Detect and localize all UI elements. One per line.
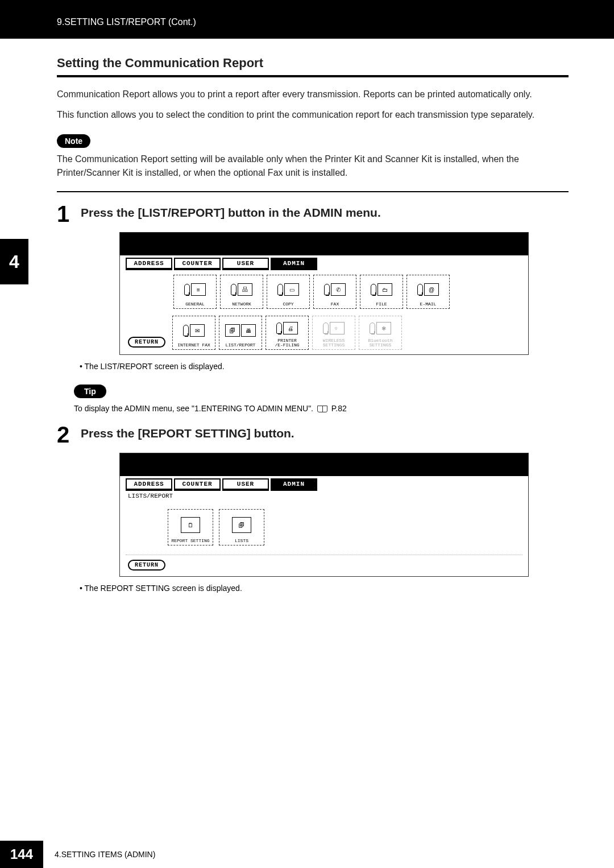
section-title: Setting the Communication Report <box>57 56 569 71</box>
general-button[interactable]: ≡ GENERAL <box>173 275 217 309</box>
file-icon: 🗀 <box>377 283 392 296</box>
printer-icon: 🖨 <box>283 322 298 334</box>
printer-efiling-button[interactable]: 🖨 PRINTER /E-FILING <box>265 316 309 350</box>
email-button[interactable]: @ E-MAIL <box>406 275 450 309</box>
tab-counter[interactable]: COUNTER <box>174 478 221 491</box>
email-icon: @ <box>424 283 439 296</box>
list-report-button[interactable]: 🗐🖶 LIST/REPORT <box>219 316 262 350</box>
network-icon: 品 <box>238 283 252 296</box>
page-header: 9.SETTING LIST/REPORT (Cont.) <box>0 0 614 39</box>
rule <box>57 75 569 77</box>
footer-text: 4.SETTING ITEMS (ADMIN) <box>43 850 155 859</box>
finger-icon <box>417 284 423 295</box>
finger-icon <box>183 325 189 336</box>
breadcrumb: LISTS/REPORT <box>122 491 526 501</box>
bluetooth-settings-button: ✱ Bluetooth SETTINGS <box>359 316 402 350</box>
tip-text: To display the ADMIN menu, see "1.ENTERI… <box>57 404 569 413</box>
list-icon: 🗐 <box>225 324 240 337</box>
general-icon: ≡ <box>191 283 206 296</box>
wireless-icon: ᯤ <box>330 322 345 334</box>
finger-icon <box>371 284 376 295</box>
fax-button[interactable]: ✆ FAX <box>313 275 356 309</box>
finger-icon <box>323 323 329 334</box>
admin-menu-screenshot: ADDRESS COUNTER USER ADMIN ≡ GENERAL 品 N… <box>119 232 529 355</box>
tab-address[interactable]: ADDRESS <box>126 478 172 491</box>
return-button[interactable]: RETURN <box>128 560 165 571</box>
intro-paragraph-1: Communication Report allows you to print… <box>57 88 569 101</box>
finger-icon <box>231 284 237 295</box>
copy-button[interactable]: ▭ COPY <box>267 275 310 309</box>
finger-icon <box>370 323 375 334</box>
lists-icon: 🗐 <box>232 517 251 533</box>
copy-icon: ▭ <box>284 283 299 296</box>
tab-counter[interactable]: COUNTER <box>174 258 221 270</box>
chapter-tab: 4 <box>0 239 28 284</box>
bluetooth-icon: ✱ <box>376 322 391 334</box>
step-number-1: 1 <box>57 202 81 225</box>
finger-icon <box>276 323 282 334</box>
page-footer: 144 4.SETTING ITEMS (ADMIN) <box>0 841 155 868</box>
tab-user[interactable]: USER <box>222 258 269 270</box>
wireless-settings-button: ᯤ WIRELESS SETTINGS <box>312 316 355 350</box>
step-title-2: Press the [REPORT SETTING] button. <box>81 423 294 440</box>
tab-address[interactable]: ADDRESS <box>126 258 172 270</box>
return-button[interactable]: RETURN <box>128 337 165 348</box>
page-number: 144 <box>0 841 43 868</box>
fax-icon: ✆ <box>331 283 346 296</box>
divider <box>126 555 522 555</box>
step1-result: The LIST/REPORT screen is displayed. <box>57 362 569 371</box>
rule <box>57 191 569 192</box>
lists-button[interactable]: 🗐 LISTS <box>219 509 264 545</box>
file-button[interactable]: 🗀 FILE <box>360 275 403 309</box>
step-title-1: Press the [LIST/REPORT] button in the AD… <box>81 202 381 220</box>
report-setting-button[interactable]: 🗒 REPORT SETTING <box>168 509 213 545</box>
network-button[interactable]: 品 NETWORK <box>220 275 263 309</box>
note-badge: Note <box>57 134 90 148</box>
step-number-2: 2 <box>57 423 81 446</box>
intro-paragraph-2: This function allows you to select the c… <box>57 108 569 122</box>
finger-icon <box>277 284 283 295</box>
tab-admin[interactable]: ADMIN <box>271 258 317 270</box>
note-text: The Communication Report setting will be… <box>57 152 569 180</box>
internet-fax-icon: ✉ <box>190 324 205 337</box>
internet-fax-button[interactable]: ✉ INTERNET FAX <box>172 316 215 350</box>
tip-badge: Tip <box>74 385 106 398</box>
book-icon <box>317 406 327 412</box>
tab-user[interactable]: USER <box>222 478 269 491</box>
report-setting-icon: 🗒 <box>181 517 200 533</box>
finger-icon <box>184 284 190 295</box>
tab-admin[interactable]: ADMIN <box>271 478 317 491</box>
finger-icon <box>324 284 330 295</box>
lists-report-screenshot: ADDRESS COUNTER USER ADMIN LISTS/REPORT … <box>119 453 529 577</box>
report-icon: 🖶 <box>241 324 256 337</box>
step2-result: The REPORT SETTING screen is displayed. <box>57 584 569 593</box>
